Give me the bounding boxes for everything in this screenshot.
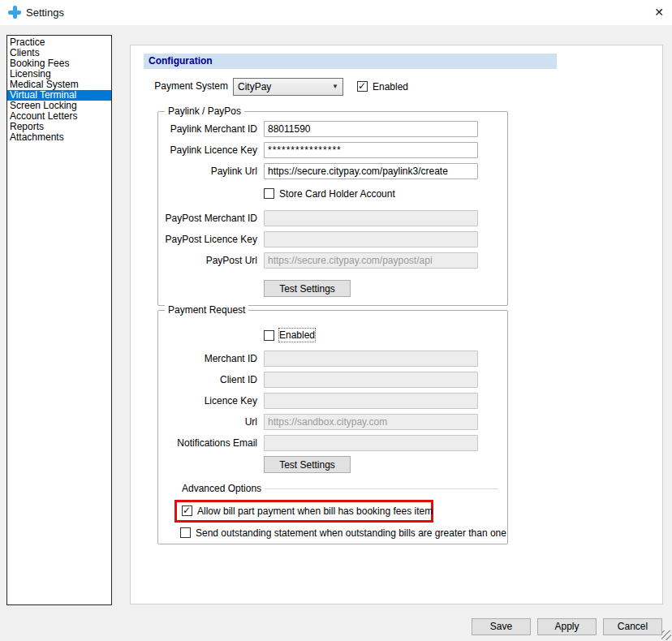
paylink-url-input[interactable]: https://secure.citypay.com/paylink3/crea… [264, 163, 478, 179]
payment-system-label: Payment System [131, 78, 228, 94]
paylink-licence-key-label: Paylink Licence Key [158, 142, 257, 158]
sidebar-item-attachments[interactable]: Attachments [7, 132, 111, 143]
payment-system-value: CityPay [238, 81, 271, 92]
pr-notifications-email-input [264, 435, 478, 451]
save-button[interactable]: Save [472, 618, 531, 635]
resize-grip[interactable] [661, 630, 671, 640]
paylink-url-label: Paylink Url [158, 163, 257, 179]
title-bar: Settings ✕ [0, 0, 672, 25]
paylink-merchant-id-input[interactable]: 88011590 [264, 121, 478, 137]
payment-enabled-label: Enabled [373, 80, 408, 93]
app-plus-icon [8, 6, 21, 19]
pr-url-label: Url [158, 414, 257, 430]
configuration-header: Configuration [144, 54, 557, 69]
paypost-url-label: PayPost Url [158, 252, 257, 269]
paypost-merchant-id-input [264, 210, 478, 226]
paypost-merchant-id-label: PayPost Merchant ID [158, 210, 257, 226]
paylink-test-settings-button[interactable]: Test Settings [264, 280, 351, 297]
advanced-options-header: Advanced Options [182, 483, 498, 494]
store-card-holder-label: Store Card Holder Account [279, 187, 395, 200]
pr-url-input: https://sandbox.citypay.com [264, 414, 478, 430]
paypost-url-input: https://secure.citypay.com/paypost/api [264, 252, 478, 269]
payment-request-enabled-checkbox[interactable] [264, 330, 274, 341]
send-outstanding-statement-label: Send outstanding statement when outstand… [196, 527, 506, 540]
chevron-down-icon: ▼ [328, 79, 342, 95]
store-card-holder-checkbox[interactable] [264, 188, 274, 199]
pr-notifications-email-label: Notifications Email [158, 435, 257, 451]
close-icon[interactable]: ✕ [649, 3, 669, 21]
payment-request-group-title: Payment Request [165, 304, 248, 316]
payment-request-enabled-label: Enabled [279, 329, 315, 342]
pr-merchant-id-input [264, 351, 478, 367]
pr-licence-key-label: Licence Key [158, 393, 257, 409]
paylink-group-title: Paylink / PayPos [165, 105, 244, 118]
pr-merchant-id-label: Merchant ID [158, 351, 257, 367]
payment-system-select[interactable]: CityPay ▼ [233, 78, 343, 96]
settings-list[interactable]: PracticeClientsBooking FeesLicensingMedi… [6, 35, 112, 605]
paypost-licence-key-label: PayPost Licence Key [158, 231, 257, 247]
advanced-options-divider [265, 488, 498, 489]
paylink-licence-key-input[interactable]: **************** [264, 142, 478, 158]
paylink-paypos-group: Paylink / PayPos Paylink Merchant ID 880… [157, 111, 508, 306]
payment-request-test-settings-button[interactable]: Test Settings [264, 456, 351, 473]
payment-enabled-checkbox[interactable] [357, 81, 368, 92]
paylink-merchant-id-label: Paylink Merchant ID [158, 121, 257, 137]
pr-licence-key-input [264, 393, 478, 409]
payment-request-group: Payment Request Enabled Merchant ID Clie… [157, 310, 508, 544]
window-title: Settings [26, 6, 64, 19]
paypost-licence-key-input [264, 231, 478, 247]
apply-button[interactable]: Apply [537, 618, 597, 635]
configuration-panel: Configuration Payment System CityPay ▼ E… [130, 45, 663, 604]
allow-part-payment-label: Allow bill part payment when bill has bo… [197, 505, 433, 518]
advanced-options-title: Advanced Options [182, 483, 265, 494]
annotation-red-box: Allow bill part payment when bill has bo… [174, 500, 433, 523]
cancel-button[interactable]: Cancel [603, 618, 662, 635]
allow-part-payment-checkbox[interactable] [182, 505, 192, 516]
send-outstanding-statement-checkbox[interactable] [180, 527, 191, 538]
pr-client-id-input [264, 372, 478, 388]
pr-client-id-label: Client ID [158, 372, 257, 388]
